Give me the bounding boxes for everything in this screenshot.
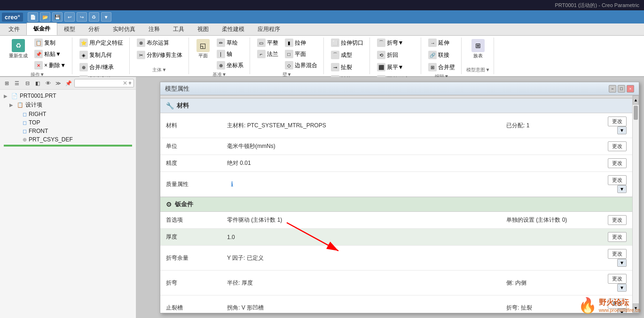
- merge-wall2-btn[interactable]: ⊞合并壁: [426, 62, 457, 72]
- family-table-btn[interactable]: ⊞ 族表: [469, 38, 487, 60]
- tree-item-front[interactable]: ▶ ◻ FRONT: [2, 127, 134, 135]
- sheetmetal-section-icon: ⚙: [166, 201, 172, 208]
- tab-annotation[interactable]: 注释: [142, 23, 166, 35]
- unbend-btn[interactable]: ⟲折回: [375, 50, 401, 60]
- sidebar-icon-eye[interactable]: 👁: [43, 78, 53, 88]
- undo-icon[interactable]: ↩: [64, 12, 75, 22]
- tab-tools[interactable]: 工具: [166, 23, 191, 35]
- tab-view[interactable]: 视图: [191, 23, 215, 35]
- mass-props-update-btn[interactable]: 更改: [608, 175, 627, 185]
- redo-icon[interactable]: ↪: [77, 12, 87, 22]
- sidebar-icon-pin[interactable]: 📌: [64, 78, 73, 88]
- settings-icon[interactable]: ▼: [101, 12, 111, 22]
- split-btn[interactable]: ✂分割/修剪主体: [134, 50, 184, 60]
- open-file-icon[interactable]: 📂: [40, 12, 50, 22]
- tree-item-top[interactable]: ▶ ◻ TOP: [2, 118, 134, 127]
- sidebar-icon-layer[interactable]: ◧: [33, 78, 42, 88]
- tab-file[interactable]: 文件: [2, 23, 26, 35]
- tab-flexible[interactable]: 柔性建模: [215, 23, 251, 35]
- sketch-btn[interactable]: ✏草绘: [214, 38, 246, 48]
- copy-geom-btn[interactable]: ◈复制几何: [77, 50, 114, 60]
- expand-icon: ▶: [4, 93, 9, 99]
- search-submit-icon[interactable]: +: [128, 80, 132, 86]
- new-file-icon[interactable]: 📄: [28, 12, 38, 22]
- bend-allowance-dropdown-btn[interactable]: ▼: [617, 259, 627, 267]
- mass-props-row: 质量属性 ℹ 更改 ▼: [160, 172, 632, 197]
- tab-applications[interactable]: 应用程序: [251, 23, 287, 35]
- mass-props-value2: [501, 172, 595, 197]
- scroll-up-btn[interactable]: ▲: [633, 95, 639, 105]
- flat2-btn[interactable]: □平面: [283, 49, 320, 59]
- csys-btn[interactable]: ⊕坐标系: [214, 60, 246, 70]
- modal-restore-btn[interactable]: □: [618, 85, 625, 93]
- sidebar-icon-columns[interactable]: ⊟: [23, 78, 32, 88]
- split-icon: ✂: [137, 51, 145, 59]
- tab-sheetmetal[interactable]: 钣金件: [26, 23, 57, 35]
- tree-item-prt0001[interactable]: ▶ 📄 PRT0001.PRT: [2, 92, 134, 100]
- sidebar-icon-grid[interactable]: ⊞: [2, 78, 11, 88]
- copy-label: 复制: [44, 39, 55, 47]
- regenerate-btn[interactable]: ♻ 重新生成: [7, 38, 30, 60]
- delete-btn[interactable]: ✕× 删除▼: [32, 60, 68, 70]
- tear-btn[interactable]: ⊸扯裂: [329, 62, 354, 72]
- search-clear-icon[interactable]: ✕: [123, 80, 127, 86]
- tab-analysis[interactable]: 分析: [82, 23, 106, 35]
- tree-item-right[interactable]: ▶ ◻ RIGHT: [2, 110, 134, 118]
- modal-close-btn[interactable]: ×: [627, 85, 634, 93]
- flat-btn[interactable]: ▭平整: [255, 38, 281, 48]
- regenerate-btn-icon: ♻: [12, 39, 25, 52]
- copy-btn[interactable]: 📋复制: [32, 38, 68, 48]
- thickness-value: 1.0: [221, 229, 501, 246]
- bend-btn[interactable]: ⌒折弯▼: [375, 38, 406, 48]
- flatten-icon: ⬛: [377, 63, 385, 71]
- cut-btn[interactable]: ⬜拉伸切口: [329, 38, 366, 48]
- thickness-update-btn[interactable]: 更改: [608, 232, 627, 242]
- connect-btn[interactable]: 🔗联接: [426, 50, 452, 60]
- regenerate-icon[interactable]: ♻: [89, 12, 99, 22]
- title-bar: PRT0001 (活动的) - Creo Parametric: [0, 0, 644, 10]
- bend-allowance-update-btn[interactable]: 更改: [608, 249, 627, 259]
- sidebar-icon-more[interactable]: ≫: [54, 78, 63, 88]
- material-dropdown-btn[interactable]: ▼: [617, 126, 627, 134]
- bend-update-btn[interactable]: 更改: [608, 274, 627, 284]
- modal-scrollbar[interactable]: ▲ ▼: [632, 95, 639, 313]
- tree-item-csys[interactable]: ▶ ⊕ PRT_CSYS_DEF: [2, 135, 134, 144]
- extrude-btn[interactable]: ▮拉伸: [283, 38, 320, 48]
- boolean-btn[interactable]: ⊗布尔运算: [134, 38, 172, 48]
- preference-update-btn[interactable]: 更改: [608, 215, 627, 225]
- precision-update-btn[interactable]: 更改: [608, 158, 627, 168]
- boundary-btn[interactable]: ◇边界混合: [283, 60, 320, 70]
- thickness-value2: [501, 229, 595, 246]
- paste-btn[interactable]: 📌粘贴▼: [32, 49, 68, 59]
- save-icon[interactable]: 💾: [52, 12, 63, 22]
- bend-dropdown-btn[interactable]: ▼: [617, 284, 627, 292]
- extend-btn[interactable]: →延伸: [426, 38, 452, 48]
- flange-btn[interactable]: ⌐法兰: [255, 49, 281, 59]
- window-title: PRT0001 (活动的) - Creo Parametric: [555, 2, 639, 9]
- form-btn[interactable]: ⌒成型: [329, 50, 354, 60]
- bend-icon: ⌒: [377, 39, 385, 47]
- material-update-btn[interactable]: 更改: [608, 116, 627, 126]
- mass-props-dropdown-btn[interactable]: ▼: [617, 185, 627, 193]
- units-update-btn[interactable]: 更改: [608, 141, 627, 151]
- user-feature-btn[interactable]: ⭐用户定义特征: [77, 38, 126, 48]
- sidebar-icon-tree[interactable]: ☰: [12, 78, 22, 88]
- tab-simulation[interactable]: 实时仿真: [106, 23, 142, 35]
- scroll-thumb[interactable]: [634, 106, 638, 120]
- flatten-btn[interactable]: ⬛展平▼: [375, 62, 406, 72]
- sidebar-toolbar: ⊞ ☰ ⊟ ◧ 👁 ≫ 📌 ✕ +: [0, 77, 136, 90]
- merge-inherit-btn[interactable]: ⊕合并/继承: [77, 62, 116, 72]
- ribbon-group-body-items: ⊗布尔运算 ✂分割/修剪主体: [134, 38, 184, 66]
- boundary-icon: ◇: [285, 61, 293, 70]
- tree-item-design[interactable]: ▶ 📋 设计项: [2, 100, 134, 110]
- bend-allowance-action: 更改 ▼: [595, 246, 632, 271]
- tab-model[interactable]: 模型: [57, 23, 82, 35]
- unbend-label: 折回: [387, 51, 398, 59]
- plane-btn[interactable]: ◱ 平面: [194, 38, 212, 60]
- copy-icon: 📋: [34, 39, 43, 47]
- ribbon-group-edit: →延伸 🔗联接 ⊞合并壁 编辑▼: [422, 38, 462, 74]
- search-input[interactable]: [77, 80, 123, 86]
- modal-minimize-btn[interactable]: −: [609, 85, 616, 93]
- sidebar-search[interactable]: ✕ +: [74, 79, 134, 87]
- axis-btn[interactable]: |轴: [214, 49, 246, 59]
